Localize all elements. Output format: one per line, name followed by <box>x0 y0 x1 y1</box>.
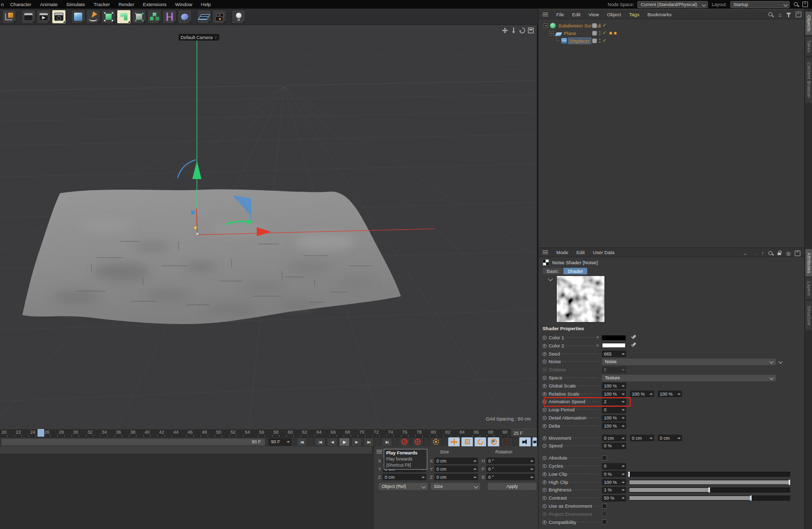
size-z-field[interactable]: 0 cm <box>434 474 478 480</box>
object-name[interactable]: Plane <box>563 30 577 36</box>
side-tab-objects[interactable]: Objects <box>805 12 812 35</box>
color-swatch-color-1[interactable] <box>602 335 626 340</box>
property-field-detail-attenuation[interactable]: 100 % <box>602 415 626 421</box>
preview-range-bar[interactable]: 90 F <box>1 438 265 446</box>
animation-dot-icon[interactable] <box>543 408 547 412</box>
animation-dot-icon[interactable] <box>543 336 547 340</box>
spinner-icon[interactable] <box>622 480 625 485</box>
expander-icon[interactable] <box>544 23 548 28</box>
tree-item-displacer[interactable]: Displacer✓ <box>538 37 804 45</box>
property-select-space[interactable]: Texture <box>602 375 776 381</box>
add-panel-icon[interactable] <box>796 12 801 17</box>
om-menu-bookmarks[interactable]: Bookmarks <box>648 12 672 17</box>
position-z-field[interactable]: 0 cm <box>383 474 426 480</box>
coordinate-system-button[interactable] <box>2 10 16 24</box>
keyframe-selection-button[interactable] <box>430 437 442 447</box>
filter-icon[interactable] <box>786 12 791 17</box>
play-sounds-button[interactable] <box>519 437 531 447</box>
current-frame-field[interactable]: 25 F <box>511 429 537 437</box>
eyedropper-icon[interactable] <box>630 334 636 341</box>
checkbox-compatibility[interactable] <box>602 519 607 524</box>
animation-dot-icon[interactable] <box>543 416 547 420</box>
record-active-objects-button[interactable] <box>398 437 410 447</box>
side-tab-structure[interactable]: Structure <box>805 301 812 330</box>
search-icon[interactable] <box>793 2 799 7</box>
enabled-check-icon[interactable]: ✓ <box>602 22 606 28</box>
tag-icon[interactable] <box>614 31 617 35</box>
expand-chevron-icon[interactable]: > <box>596 343 599 348</box>
animation-dot-icon[interactable] <box>543 456 547 460</box>
side-tab-takes[interactable]: Takes <box>805 37 812 56</box>
property-select-noise[interactable]: Noise <box>602 359 776 365</box>
camera-object-button[interactable] <box>212 10 226 24</box>
property-field-relative-scale[interactable]: 100 % <box>602 391 626 397</box>
animation-dot-icon[interactable] <box>543 392 547 396</box>
visibility-dots-icon[interactable] <box>599 39 601 43</box>
eyedropper-icon[interactable] <box>630 342 636 349</box>
spinner-icon[interactable] <box>678 436 681 441</box>
enabled-check-icon[interactable]: ✓ <box>602 30 606 36</box>
z-axis-handle-dot[interactable] <box>191 210 195 215</box>
property-field-cycles[interactable]: 0 <box>602 463 626 470</box>
timeline-playhead[interactable] <box>38 429 44 437</box>
record-parameter-button[interactable]: P <box>488 437 499 447</box>
spinner-icon[interactable] <box>530 475 534 480</box>
animation-dot-icon[interactable] <box>543 376 547 380</box>
animation-dot-icon[interactable] <box>543 352 547 356</box>
property-field-low-clip[interactable]: 0 % <box>602 471 626 477</box>
coordinates-menu-icon[interactable] <box>377 449 382 454</box>
search-icon[interactable] <box>768 12 773 17</box>
panel-add-icon[interactable] <box>802 2 808 7</box>
plane-object[interactable] <box>22 189 401 324</box>
spinner-icon[interactable] <box>530 467 534 472</box>
partial-tile-button[interactable] <box>532 437 537 447</box>
point-level-animation-button[interactable] <box>501 437 513 447</box>
layer-toggle-icon[interactable] <box>592 23 597 28</box>
animation-dot-icon[interactable] <box>543 344 547 348</box>
preset-chevron-icon[interactable] <box>779 360 783 364</box>
field-object-button[interactable] <box>178 10 192 24</box>
viewport-canvas[interactable] <box>0 26 537 429</box>
animation-dot-icon[interactable] <box>543 496 547 500</box>
animation-dot-icon[interactable] <box>543 472 547 476</box>
record-scale-button[interactable] <box>461 437 473 447</box>
property-field-movement[interactable]: 0 cm <box>602 435 626 441</box>
animation-dot-icon[interactable] <box>543 384 547 388</box>
spinner-icon[interactable] <box>622 367 625 372</box>
property-field-relative-scale[interactable]: 100 % <box>630 391 654 397</box>
record-rotation-button[interactable] <box>475 437 486 447</box>
pan-view-icon[interactable] <box>502 27 508 33</box>
checkbox-absolute[interactable] <box>602 455 607 461</box>
spinner-icon[interactable] <box>422 475 425 480</box>
subdivision-surface-button[interactable] <box>101 10 116 24</box>
property-field-seed[interactable]: 665 <box>602 350 626 357</box>
spinner-icon[interactable] <box>622 383 625 389</box>
camera-label[interactable]: Default Camera <box>179 34 219 41</box>
previous-frame-button[interactable]: ◀ <box>327 438 337 446</box>
rotation-h-field[interactable]: 0 ° <box>486 457 535 464</box>
scene-light-button[interactable] <box>231 10 246 24</box>
spinner-icon[interactable] <box>622 424 625 429</box>
menu-render[interactable]: Render <box>118 2 134 7</box>
animation-dot-icon[interactable] <box>543 444 547 448</box>
home-icon[interactable]: ⌂ <box>778 12 782 17</box>
dolly-view-icon[interactable] <box>511 27 517 33</box>
animation-dot-icon[interactable] <box>543 512 547 516</box>
material-manager-panel[interactable] <box>0 446 372 529</box>
side-tab-layers[interactable]: Layers <box>805 278 812 299</box>
property-field-relative-scale[interactable]: 100 % <box>658 391 682 397</box>
spinner-icon[interactable] <box>473 459 477 464</box>
y-axis-arrow[interactable] <box>192 161 201 179</box>
enabled-check-icon[interactable]: ✓ <box>602 38 606 43</box>
property-field-brightness[interactable]: 1 % <box>602 487 626 493</box>
goto-end-button[interactable]: ▶| <box>382 438 392 446</box>
rotation-b-field[interactable]: 0 ° <box>486 474 535 480</box>
property-field-high-clip[interactable]: 100 % <box>602 479 626 485</box>
goto-start-button[interactable]: |◀ <box>296 438 307 446</box>
om-menu-object[interactable]: Object <box>607 12 621 17</box>
menu-extensions[interactable]: Extensions <box>143 2 166 7</box>
object-manager-menu-icon[interactable] <box>543 12 548 17</box>
spinner-icon[interactable] <box>622 351 625 357</box>
spinner-icon[interactable] <box>622 443 625 448</box>
checkbox-use-as-environment[interactable] <box>602 504 607 509</box>
